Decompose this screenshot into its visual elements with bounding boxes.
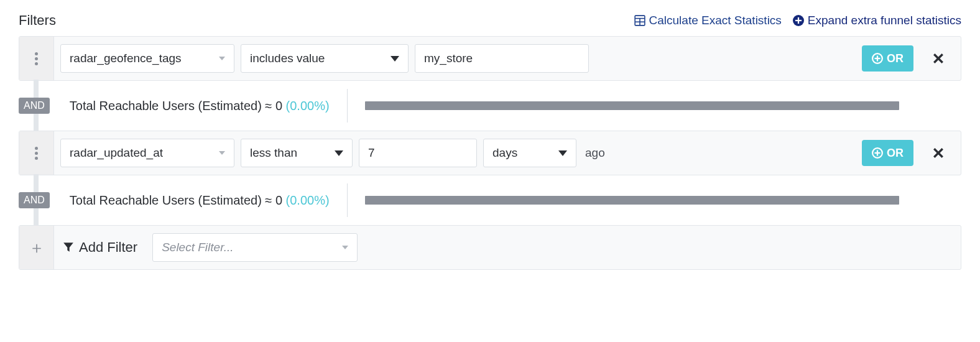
filter-operator-select[interactable]: less than — [241, 139, 353, 167]
filter-unit-select[interactable]: days — [483, 139, 576, 167]
funnel-icon — [63, 242, 74, 253]
page-title: Filters — [19, 12, 56, 29]
remove-filter-button[interactable] — [926, 46, 951, 71]
drag-handle[interactable] — [19, 131, 54, 175]
filter-field-select[interactable]: radar_geofence_tags — [60, 44, 234, 73]
add-filter-text: Add Filter — [79, 239, 137, 256]
or-button[interactable]: OR — [862, 45, 913, 72]
filter-field-value: radar_updated_at — [70, 146, 163, 160]
filter-suffix: ago — [585, 146, 605, 160]
caret-down-icon — [558, 150, 567, 156]
filter-value-input[interactable]: my_store — [415, 44, 589, 73]
and-badge: AND — [19, 192, 50, 208]
calculate-stats-link[interactable]: Calculate Exact Statistics — [634, 14, 782, 27]
stat-bar — [365, 196, 899, 205]
filter-unit-value: days — [492, 146, 517, 160]
add-filter-handle[interactable]: ＋ — [19, 226, 54, 269]
stat-percent: (0.00%) — [286, 99, 330, 113]
stat-bar — [365, 101, 899, 110]
or-button[interactable]: OR — [862, 140, 913, 166]
caret-down-icon — [335, 150, 343, 156]
filter-row: radar_updated_at less than 7 days ago OR — [19, 131, 961, 175]
svg-rect-6 — [795, 20, 802, 21]
filter-value-text: my_store — [424, 52, 473, 65]
drag-dots-icon — [35, 147, 38, 160]
remove-filter-button[interactable] — [926, 141, 951, 165]
plus-circle-icon — [872, 53, 883, 64]
plus-circle-icon — [793, 15, 804, 26]
stat-count: Total Reachable Users (Estimated) ≈ 0 — [70, 193, 282, 207]
close-icon — [933, 53, 944, 64]
calculator-icon — [634, 15, 645, 26]
caret-down-icon — [391, 56, 399, 62]
add-filter-select[interactable]: Select Filter... — [152, 233, 358, 262]
close-icon — [933, 147, 944, 159]
filter-operator-select[interactable]: includes value — [241, 44, 409, 73]
svg-rect-14 — [875, 152, 881, 154]
or-label: OR — [887, 52, 904, 65]
filter-operator-value: less than — [250, 146, 297, 160]
stat-text: Total Reachable Users (Estimated) ≈ 0 (0… — [70, 99, 330, 113]
plus-circle-icon — [872, 147, 883, 159]
filter-row: radar_geofence_tags includes value my_st… — [19, 36, 961, 81]
expand-stats-label: Expand extra funnel statistics — [808, 14, 961, 27]
stat-count: Total Reachable Users (Estimated) ≈ 0 — [70, 99, 282, 113]
add-filter-row: ＋ Add Filter Select Filter... — [19, 225, 961, 270]
stat-percent: (0.00%) — [286, 193, 330, 207]
filter-value-text: 7 — [368, 146, 375, 160]
add-filter-placeholder: Select Filter... — [162, 241, 233, 254]
filter-field-value: radar_geofence_tags — [70, 52, 182, 65]
caret-down-icon — [219, 57, 225, 60]
calculate-stats-label: Calculate Exact Statistics — [649, 14, 782, 27]
divider — [347, 183, 348, 217]
stat-row: AND Total Reachable Users (Estimated) ≈ … — [19, 81, 961, 131]
stat-row: AND Total Reachable Users (Estimated) ≈ … — [19, 175, 961, 225]
and-badge: AND — [19, 98, 50, 114]
drag-dots-icon — [35, 52, 38, 65]
caret-down-icon — [342, 246, 348, 249]
divider — [347, 89, 348, 122]
caret-down-icon — [219, 151, 225, 155]
expand-stats-link[interactable]: Expand extra funnel statistics — [793, 14, 961, 27]
add-filter-label: Add Filter — [63, 239, 137, 256]
svg-rect-9 — [875, 58, 881, 59]
plus-icon: ＋ — [29, 237, 45, 259]
filter-value-input[interactable]: 7 — [359, 139, 477, 167]
filter-field-select[interactable]: radar_updated_at — [60, 139, 234, 167]
drag-handle[interactable] — [19, 37, 54, 80]
or-label: OR — [887, 147, 904, 160]
stat-text: Total Reachable Users (Estimated) ≈ 0 (0… — [70, 193, 330, 208]
filter-operator-value: includes value — [250, 52, 325, 65]
